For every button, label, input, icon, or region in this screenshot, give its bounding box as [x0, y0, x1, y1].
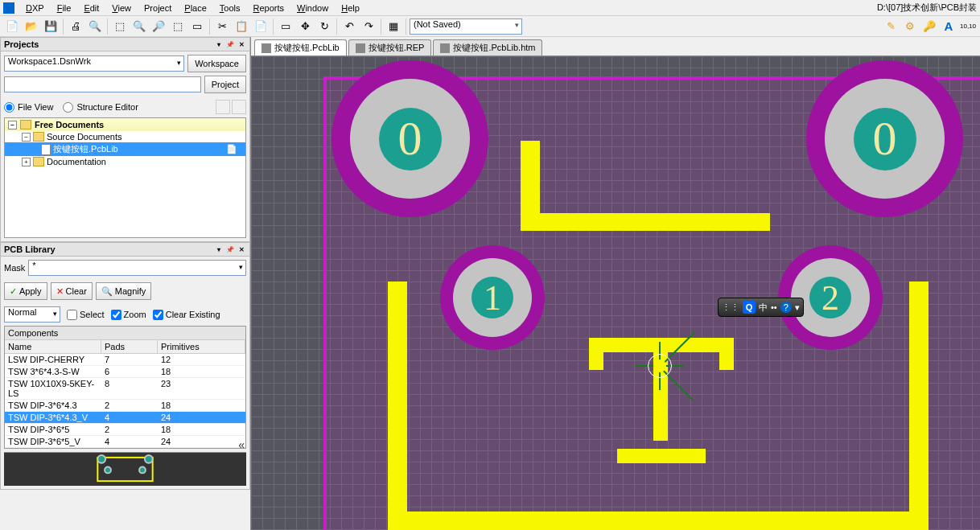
select-icon[interactable]: ▭: [188, 18, 206, 35]
rect-icon[interactable]: ▭: [277, 18, 294, 35]
silk-line: [589, 338, 603, 370]
project-input[interactable]: [4, 76, 201, 92]
key-icon[interactable]: 🔑: [920, 18, 938, 35]
expand-icon[interactable]: −: [8, 121, 17, 129]
menu-reports[interactable]: Reports: [247, 3, 291, 13]
collapse-icon[interactable]: «: [238, 438, 245, 451]
move-icon[interactable]: ✥: [296, 18, 314, 35]
pin-icon[interactable]: ▾: [214, 39, 224, 49]
svg-point-2: [145, 455, 153, 463]
workspace-button[interactable]: Workspace: [187, 55, 246, 72]
silk-line: [617, 449, 706, 463]
autohide-icon[interactable]: 📌: [225, 244, 235, 254]
menu-project[interactable]: Project: [138, 3, 178, 13]
zoom-check[interactable]: Zoom: [111, 310, 146, 320]
document-tab[interactable]: 按键按钮.PcbLib: [254, 39, 347, 55]
gear-icon[interactable]: ⚙: [901, 18, 919, 35]
tree-opt1-icon[interactable]: [216, 100, 230, 114]
pencil-icon[interactable]: ✎: [882, 18, 900, 35]
coords-icon[interactable]: 10,10: [959, 18, 977, 35]
table-row[interactable]: TSW DIP-3*6*4.3_V424: [5, 412, 245, 424]
zoom-rect-icon[interactable]: ⬚: [169, 18, 187, 35]
project-button[interactable]: Project: [204, 76, 246, 93]
tree-opt2-icon[interactable]: [232, 100, 246, 114]
col-pads[interactable]: Pads: [101, 340, 158, 353]
document-tab[interactable]: 按键按钮.REP: [348, 39, 432, 55]
print-icon[interactable]: 🖨: [67, 18, 84, 35]
col-primitives[interactable]: Primitives: [158, 340, 245, 353]
snap-combo[interactable]: (Not Saved): [410, 18, 522, 35]
zoom-area-icon[interactable]: ⬚: [111, 18, 129, 35]
tree-folder[interactable]: Source Documents: [47, 132, 122, 142]
col-name[interactable]: Name: [5, 340, 101, 353]
open-icon[interactable]: 📂: [23, 18, 40, 35]
tree-folder[interactable]: Documentation: [47, 157, 106, 166]
select-check[interactable]: Select: [67, 310, 105, 320]
save-icon[interactable]: 💾: [42, 18, 60, 35]
silk-line: [719, 338, 734, 370]
undo-icon[interactable]: ↶: [340, 18, 358, 35]
components-table[interactable]: Components Name Pads Primitives LSW DIP-…: [4, 326, 246, 449]
silk-line: [909, 281, 929, 530]
projects-header: Projects ▾ 📌 ✕: [0, 37, 250, 51]
menu-help[interactable]: Help: [335, 3, 366, 13]
rotate-icon[interactable]: ↻: [315, 18, 333, 35]
close-panel-icon[interactable]: ✕: [237, 39, 246, 49]
clear-button[interactable]: ✕Clear: [51, 282, 93, 300]
document-tab[interactable]: 按键按钮.PcbLib.htm: [433, 39, 542, 55]
ime-toolbar[interactable]: ⋮⋮ Q 中 •• ? ▾: [718, 298, 804, 317]
pad[interactable]: 0: [331, 60, 488, 217]
autohide-icon[interactable]: 📌: [225, 39, 235, 49]
magnify-button[interactable]: 🔍Magnify: [96, 282, 152, 300]
table-row[interactable]: TSW 10X10X9-5KEY-LS823: [5, 378, 245, 400]
menu-dxp[interactable]: DXP: [19, 3, 51, 13]
app-logo: [3, 2, 14, 14]
structure-editor-radio[interactable]: Structure Editor: [63, 102, 138, 113]
apply-button[interactable]: ✓Apply: [4, 282, 47, 300]
new-icon[interactable]: 📄: [3, 18, 21, 35]
text-icon[interactable]: A: [940, 18, 957, 35]
paste-icon[interactable]: 📄: [252, 18, 270, 35]
menu-place[interactable]: Place: [178, 3, 213, 13]
close-panel-icon[interactable]: ✕: [237, 244, 246, 254]
cut-icon[interactable]: ✂: [213, 18, 231, 35]
menu-view[interactable]: View: [105, 3, 138, 13]
table-row[interactable]: TSW DIP-3*6*5_V424: [5, 436, 245, 448]
table-row[interactable]: TSW 3*6*4.3-S-W618: [5, 366, 245, 378]
workspace-combo[interactable]: Workspace1.DsnWrk: [4, 55, 184, 72]
menu-window[interactable]: Window: [290, 3, 335, 13]
expand-icon[interactable]: +: [22, 158, 31, 166]
grid-icon[interactable]: ▦: [385, 18, 402, 35]
table-row[interactable]: TSW DIP-3*6*4.3218: [5, 400, 245, 412]
projects-title: Projects: [4, 39, 39, 49]
file-view-radio[interactable]: File View: [4, 102, 53, 113]
pad[interactable]: 1: [440, 245, 545, 350]
expand-icon[interactable]: −: [22, 133, 31, 142]
pin-icon[interactable]: ▾: [214, 244, 224, 254]
redo-icon[interactable]: ↷: [360, 18, 377, 35]
ime-help-icon[interactable]: ?: [780, 302, 792, 313]
menu-file[interactable]: File: [51, 3, 78, 13]
copy-icon[interactable]: 📋: [233, 18, 250, 35]
silk-line: [521, 141, 540, 231]
tree-file[interactable]: 按键按钮.PcbLib: [53, 143, 118, 155]
tree-root[interactable]: Free Documents: [35, 120, 104, 129]
menu-edit[interactable]: Edit: [77, 3, 105, 13]
table-row[interactable]: LSW DIP-CHERRY712: [5, 354, 245, 366]
svg-point-1: [97, 455, 105, 463]
table-row[interactable]: TSW DIP-3*6*5218: [5, 424, 245, 436]
mask-combo[interactable]: *: [28, 260, 246, 276]
zoom-sel-icon[interactable]: 🔎: [150, 18, 167, 35]
ime-grip-icon[interactable]: ⋮⋮: [722, 302, 739, 313]
zoom-fit-icon[interactable]: 🔍: [130, 18, 148, 35]
preview-icon[interactable]: 🔍: [86, 18, 104, 35]
origin-marker: [636, 342, 684, 390]
normal-combo[interactable]: Normal: [4, 306, 60, 323]
menu-tools[interactable]: Tools: [213, 3, 247, 13]
pcb-canvas[interactable]: 0012 ⋮⋮ Q 中 •• ? ▾: [251, 56, 980, 530]
clear-existing-check[interactable]: Clear Existing: [153, 310, 220, 320]
ime-logo-icon: Q: [743, 301, 756, 314]
ime-lang[interactable]: 中: [759, 302, 768, 314]
pad[interactable]: 0: [806, 60, 963, 217]
project-tree[interactable]: −Free Documents −Source Documents 按键按钮.P…: [4, 117, 246, 238]
